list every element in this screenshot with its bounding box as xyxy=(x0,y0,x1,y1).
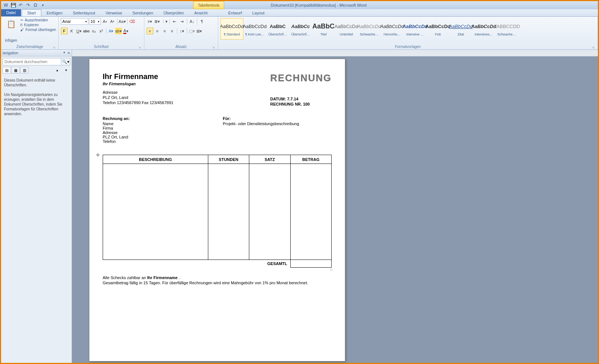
style-item[interactable]: AaBbCcDdUntertitel xyxy=(335,18,358,40)
bill-to-heading[interactable]: Rechnung an: xyxy=(103,116,208,121)
document-page[interactable]: Ihr Firmenname Ihr Firmenslogan Adresse … xyxy=(89,59,345,361)
addr-line[interactable]: Adresse xyxy=(103,90,173,95)
sort-button[interactable]: A↓ xyxy=(189,18,195,25)
nav-tab-results[interactable]: ▥ xyxy=(20,67,28,73)
company-name[interactable]: Ihr Firmenname xyxy=(103,72,173,81)
format-painter-button[interactable]: 🖌Format übertragen xyxy=(20,28,56,32)
table-cell[interactable] xyxy=(290,164,331,260)
outdent-button[interactable]: ⇤ xyxy=(171,18,178,25)
qat-dropdown-icon[interactable]: ▼ xyxy=(40,2,46,8)
shrink-font-button[interactable]: A▾ xyxy=(109,18,116,25)
style-item[interactable]: AaBbCcDdZitat xyxy=(449,18,472,40)
clear-format-button[interactable]: ⌫ xyxy=(129,18,136,25)
strike-button[interactable]: abc xyxy=(83,28,90,34)
align-left-button[interactable]: ≡ xyxy=(147,28,153,34)
redo-icon[interactable]: ↷ xyxy=(25,2,31,8)
tab-start[interactable]: Start xyxy=(22,9,41,16)
style-item[interactable]: AaBbCcDd¶ Kein Lee… xyxy=(243,18,266,40)
invoice-date[interactable]: DATUM: 7.7.14 xyxy=(270,96,332,102)
grow-font-button[interactable]: A▴ xyxy=(102,18,108,25)
nav-close-icon[interactable]: ✕ xyxy=(67,51,70,55)
bill-line[interactable]: Telefon xyxy=(103,139,208,144)
total-label[interactable]: GESAMTL xyxy=(103,260,291,268)
table-cell[interactable] xyxy=(249,164,290,260)
for-heading[interactable]: Für: xyxy=(223,116,328,121)
style-item[interactable]: AaBbCcDdFett xyxy=(427,18,449,40)
borders-button[interactable]: ⊞▾ xyxy=(196,28,203,34)
invoice-number[interactable]: RECHNUNG NR. 100 xyxy=(270,102,332,107)
tab-layout[interactable]: Layout xyxy=(247,10,270,16)
footer-line[interactable]: Gesamtbetrag fällig in 15 Tagen. Für übe… xyxy=(103,280,332,285)
numbering-button[interactable]: ≣▾ xyxy=(154,18,161,25)
style-item[interactable]: AaBbCcDdHervorhe… xyxy=(381,18,404,40)
invoice-table[interactable]: BESCHREIBUNG STUNDEN SATZ BETRAG GESAMTL xyxy=(103,155,332,268)
nav-down-icon[interactable]: ▼ xyxy=(62,67,70,73)
nav-up-icon[interactable]: ▲ xyxy=(53,67,61,73)
horizontal-ruler[interactable] xyxy=(72,50,598,56)
file-tab[interactable]: Datei xyxy=(1,9,21,16)
shading-button[interactable]: ▢▾ xyxy=(189,28,195,34)
text-effects-button[interactable]: A▾ xyxy=(108,28,114,34)
align-right-button[interactable]: ≡ xyxy=(161,28,168,34)
style-item[interactable]: AaBbCcDdIntensives… xyxy=(472,18,495,40)
bill-line[interactable]: Adresse xyxy=(103,130,208,135)
nav-search-input[interactable] xyxy=(3,58,61,65)
nav-tab-headings[interactable]: ▤ xyxy=(3,67,11,73)
table-cell[interactable] xyxy=(103,164,208,260)
styles-gallery[interactable]: AaBbCcDd¶ StandardAaBbCcDd¶ Kein Lee…AaB… xyxy=(220,18,595,43)
paste-button[interactable]: 📋 infügen xyxy=(3,18,19,42)
save-icon[interactable]: 💾 xyxy=(10,2,17,8)
total-cell[interactable] xyxy=(290,260,331,268)
tab-sendungen[interactable]: Sendungen xyxy=(127,10,158,16)
word-icon[interactable]: W xyxy=(3,2,9,8)
style-item[interactable]: AaBbCÜberschrif… xyxy=(266,18,289,40)
bill-line[interactable]: Name xyxy=(103,121,208,126)
font-name-select[interactable]: Arial▾ xyxy=(61,18,88,25)
copy-button[interactable]: ⎘Kopieren xyxy=(20,23,56,27)
omega-icon[interactable]: Ω xyxy=(32,2,39,8)
style-item[interactable]: AaBbCcDd¶ Standard xyxy=(220,18,243,40)
style-item[interactable]: AABBCCDDSchwache… xyxy=(495,18,518,40)
tab-verweise[interactable]: Verweise xyxy=(100,10,127,16)
tab-einfuegen[interactable]: Einfügen xyxy=(41,10,68,16)
line-spacing-button[interactable]: ↕▾ xyxy=(179,28,185,34)
change-case-button[interactable]: Aa▾ xyxy=(119,18,126,25)
th-rate[interactable]: SATZ xyxy=(249,155,290,164)
bill-line[interactable]: Firma xyxy=(103,126,208,130)
highlight-button[interactable]: ab▾ xyxy=(115,28,122,34)
addr-line[interactable]: PLZ Ort, Land xyxy=(103,95,173,100)
tab-seitenlayout[interactable]: Seitenlayout xyxy=(68,10,100,16)
style-item[interactable]: AaBbCTitel xyxy=(312,18,335,40)
search-icon[interactable]: 🔍▾ xyxy=(61,58,70,65)
font-color-button[interactable]: A▾ xyxy=(123,28,129,34)
font-size-select[interactable]: 10▾ xyxy=(89,18,101,25)
nav-tab-pages[interactable]: ▦ xyxy=(11,67,20,73)
invoice-title[interactable]: RECHNUNG xyxy=(270,72,332,84)
th-amount[interactable]: BETRAG xyxy=(290,155,331,164)
th-hours[interactable]: STUNDEN xyxy=(208,155,249,164)
style-item[interactable]: AaBbCcÜberschrif… xyxy=(289,18,312,40)
cut-button[interactable]: ✂Ausschneiden xyxy=(20,18,56,22)
multilevel-button[interactable]: ⋮▾ xyxy=(161,18,168,25)
align-center-button[interactable]: ≡ xyxy=(154,28,161,34)
show-marks-button[interactable]: ¶ xyxy=(199,18,205,25)
addr-line[interactable]: Telefon 123/4567890 Fax 123/4567891 xyxy=(103,100,173,105)
indent-button[interactable]: ⇥ xyxy=(179,18,185,25)
table-move-handle-icon[interactable]: ✥ xyxy=(96,152,100,158)
tab-entwurf[interactable]: Entwurf xyxy=(223,10,247,16)
undo-icon[interactable]: ↶ xyxy=(17,2,24,8)
nav-dropdown-icon[interactable]: ▼ xyxy=(63,51,66,55)
document-area[interactable]: Ihr Firmenname Ihr Firmenslogan Adresse … xyxy=(72,50,598,363)
subscript-button[interactable]: x₂ xyxy=(90,28,97,34)
for-line[interactable]: Projekt- oder Dienstleistungsbeschreibun… xyxy=(223,121,328,126)
th-description[interactable]: BESCHREIBUNG xyxy=(103,155,208,164)
superscript-button[interactable]: x² xyxy=(98,28,105,34)
bill-line[interactable]: PLZ Ort, Land xyxy=(103,135,208,139)
tab-ansicht[interactable]: Ansicht xyxy=(189,10,213,16)
bullets-button[interactable]: ≡▾ xyxy=(147,18,153,25)
style-item[interactable]: AaBbCcDdIntensive … xyxy=(404,18,427,40)
footer-line[interactable]: Alle Schecks zahlbar an Ihr Firmenname . xyxy=(103,275,332,280)
bold-button[interactable]: F xyxy=(61,28,68,34)
underline-button[interactable]: U▾ xyxy=(76,28,82,34)
justify-button[interactable]: ≡ xyxy=(169,28,175,34)
